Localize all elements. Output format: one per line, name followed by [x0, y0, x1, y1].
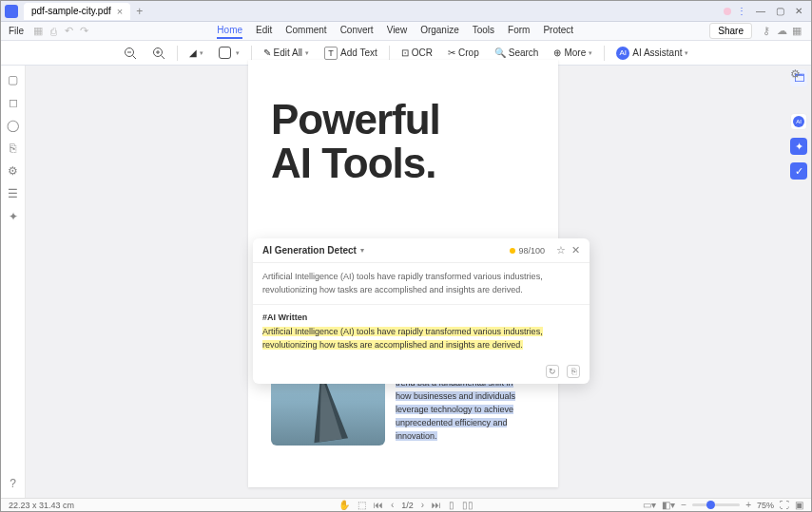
- tab-tools[interactable]: Tools: [473, 23, 494, 39]
- share-button[interactable]: Share: [709, 23, 752, 39]
- edit-all-button[interactable]: ✎ Edit All▾: [260, 46, 314, 60]
- help-icon[interactable]: ?: [7, 477, 20, 490]
- close-tab-icon[interactable]: ×: [117, 6, 123, 17]
- cloud-icon[interactable]: ☁: [775, 25, 788, 38]
- menu-tabs: Home Edit Comment Convert View Organize …: [217, 23, 573, 39]
- current-page[interactable]: 1/2: [401, 501, 414, 510]
- popup-summary: Artificial Intelligence (AI) tools have …: [253, 263, 590, 305]
- copy-icon[interactable]: ⎘: [567, 365, 580, 378]
- page-dimensions: 22.23 x 31.43 cm: [9, 501, 74, 510]
- tab-convert[interactable]: Convert: [340, 23, 374, 39]
- ai-panel-icon[interactable]: AI: [790, 113, 807, 130]
- layers-icon[interactable]: ☰: [7, 187, 20, 200]
- ai-detect-popup: AI Generation Detect ▾ 98/100 ☆ ✕ Artifi…: [253, 238, 590, 384]
- document-tab[interactable]: pdf-sample-city.pdf ×: [24, 3, 130, 20]
- titlebar: pdf-sample-city.pdf × + ⋮ — ▢ ✕: [1, 1, 811, 22]
- tab-home[interactable]: Home: [217, 23, 242, 39]
- window-controls: ⋮ — ▢ ✕: [724, 3, 807, 20]
- ai-icon: AI: [616, 47, 629, 60]
- ai-assistant-button[interactable]: AI AI Assistant▾: [612, 45, 692, 62]
- view-double-icon[interactable]: ▯▯: [462, 500, 474, 510]
- file-menu[interactable]: File: [9, 26, 24, 36]
- tab-protect[interactable]: Protect: [543, 23, 573, 39]
- zoom-out-icon[interactable]: −: [681, 500, 686, 510]
- popup-ai-written-section: #AI Written Artificial Intelligence (AI)…: [253, 305, 590, 359]
- left-sidebar: ▢ ◻ ◯ ⎘ ⚙ ☰ ✦ ?: [1, 66, 26, 498]
- minimize-button[interactable]: —: [752, 3, 769, 20]
- crop-button[interactable]: ✂ Crop: [444, 46, 483, 60]
- share-graph-icon[interactable]: ⚷: [760, 25, 773, 38]
- undo-icon[interactable]: ↶: [62, 25, 75, 38]
- new-tab-button[interactable]: +: [136, 5, 143, 18]
- zoom-slider[interactable]: [692, 503, 740, 506]
- stamps-icon[interactable]: ✦: [7, 210, 20, 223]
- tab-form[interactable]: Form: [508, 23, 530, 39]
- view-single-icon[interactable]: ▯: [449, 500, 454, 510]
- comments-icon[interactable]: ◯: [7, 119, 20, 132]
- popup-dropdown-icon[interactable]: ▾: [360, 246, 364, 255]
- right-sidebar: 🗔 AI ✦ ✓: [786, 66, 811, 498]
- maximize-button[interactable]: ▢: [771, 3, 788, 20]
- page-nav: ✋ ⬚ ⏮ ‹ 1/2 › ⏭ ▯ ▯▯: [338, 500, 474, 510]
- bookmarks-icon[interactable]: ◻: [7, 96, 20, 109]
- tab-edit[interactable]: Edit: [256, 23, 272, 39]
- ocr-button[interactable]: ⊡ OCR: [397, 46, 436, 60]
- menubar: File ▦ ⎙ ↶ ↷ Home Edit Comment Convert V…: [1, 22, 811, 41]
- ai-tool-icon[interactable]: ✦: [790, 138, 807, 155]
- save-icon[interactable]: ▦: [31, 25, 45, 38]
- search-button[interactable]: 🔍 Search: [491, 46, 543, 60]
- links-icon[interactable]: ⚙: [7, 164, 20, 178]
- zoom-in-button[interactable]: [148, 45, 169, 62]
- zoom-controls: ▭▾ ◧▾ − + 75% ⛶ ▣: [643, 500, 803, 510]
- document-heading: Powerful AI Tools.: [271, 98, 440, 185]
- apps-icon[interactable]: ▦: [790, 25, 803, 38]
- svg-line-6: [161, 55, 164, 59]
- zoom-in-icon[interactable]: +: [745, 500, 751, 510]
- shape-button[interactable]: ▾: [215, 45, 243, 61]
- prev-page-icon[interactable]: ‹: [391, 500, 394, 510]
- fullscreen-icon[interactable]: ⛶: [780, 500, 789, 510]
- tab-organize[interactable]: Organize: [420, 23, 459, 39]
- more-menu-button[interactable]: ⋮: [733, 3, 750, 20]
- select-tool-icon[interactable]: ⬚: [358, 500, 366, 510]
- popup-header: AI Generation Detect ▾ 98/100 ☆ ✕: [253, 238, 590, 263]
- popup-title: AI Generation Detect: [262, 245, 357, 256]
- close-popup-icon[interactable]: ✕: [571, 244, 580, 256]
- ai-check-icon[interactable]: ✓: [790, 162, 807, 180]
- score-indicator-icon: [510, 248, 515, 254]
- panel-settings-icon[interactable]: ⚙: [790, 67, 803, 81]
- zoom-level: 75%: [757, 501, 774, 510]
- more-button[interactable]: ⊕ More▾: [550, 46, 596, 60]
- tab-comment[interactable]: Comment: [285, 23, 326, 39]
- tab-filename: pdf-sample-city.pdf: [31, 6, 111, 16]
- thumbnails-icon[interactable]: ▢: [7, 73, 20, 86]
- redo-icon[interactable]: ↷: [77, 25, 90, 38]
- hand-tool-icon[interactable]: ✋: [338, 500, 350, 510]
- statusbar: 22.23 x 31.43 cm ✋ ⬚ ⏮ ‹ 1/2 › ⏭ ▯ ▯▯ ▭▾…: [1, 498, 811, 511]
- read-mode-icon[interactable]: ▭▾: [643, 500, 656, 510]
- ai-written-text: Artificial Intelligence (AI) tools have …: [262, 327, 543, 350]
- add-text-button[interactable]: T Add Text: [320, 45, 381, 62]
- fit-width-icon[interactable]: ◧▾: [662, 500, 675, 510]
- popup-footer: ↻ ⎘: [253, 359, 590, 384]
- pin-icon[interactable]: ☆: [556, 244, 566, 256]
- app-icon: [5, 5, 18, 18]
- zoom-out-button[interactable]: [120, 45, 141, 62]
- svg-line-2: [132, 55, 136, 59]
- first-page-icon[interactable]: ⏮: [374, 500, 383, 510]
- close-window-button[interactable]: ✕: [790, 3, 807, 20]
- zoom-thumb[interactable]: [706, 501, 715, 509]
- next-page-icon[interactable]: ›: [421, 500, 424, 510]
- highlighter-button[interactable]: ◢▾: [185, 46, 207, 60]
- refresh-icon[interactable]: ↻: [546, 365, 559, 378]
- print-icon[interactable]: ⎙: [47, 25, 60, 38]
- tab-view[interactable]: View: [387, 23, 408, 39]
- attachments-icon[interactable]: ⎘: [7, 142, 20, 155]
- accent-dot-icon: [724, 8, 731, 15]
- fit-page-icon[interactable]: ▣: [795, 500, 803, 510]
- ai-score: 98/100: [510, 246, 545, 256]
- last-page-icon[interactable]: ⏭: [432, 500, 441, 510]
- ai-written-label: #AI Written: [262, 313, 580, 322]
